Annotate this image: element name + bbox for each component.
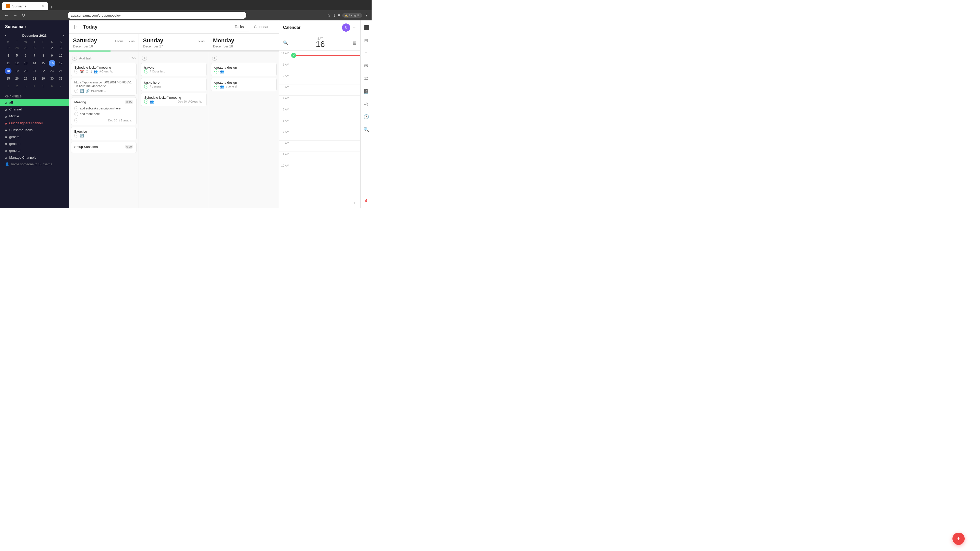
collapse-button[interactable]: |← [74, 24, 80, 30]
task-check-icon[interactable]: ✓ [74, 69, 78, 73]
notebook-icon[interactable]: 📓 [362, 87, 371, 96]
reload-button[interactable]: ↻ [21, 11, 26, 19]
add-task-row[interactable]: + [211, 54, 277, 63]
menu-icon[interactable]: ⋮ [364, 13, 369, 18]
address-bar[interactable]: app.sunsama.com/group/moodjoy [68, 12, 246, 19]
cal-day[interactable]: 30 [31, 44, 38, 51]
zoom-in-icon[interactable]: 🔍 [283, 40, 288, 45]
cal-day[interactable]: 27 [22, 75, 29, 82]
sidebar-item-all[interactable]: # all [0, 99, 69, 106]
sidebar-item-general1[interactable]: # general [0, 133, 69, 140]
task-check-icon[interactable]: ✓ [74, 133, 78, 138]
sidebar-item-general3[interactable]: # general [0, 147, 69, 154]
sidebar-item-manage[interactable]: # Manage Channels [0, 154, 69, 161]
task-card-create-design-1[interactable]: create a design ✓ 👥 [211, 63, 277, 76]
add-task-row[interactable]: + [141, 54, 207, 63]
tab-close-button[interactable]: × [41, 4, 44, 8]
user-avatar[interactable]: U [342, 24, 350, 32]
task-check-done-icon[interactable]: ✓ [215, 84, 218, 89]
tab-calendar[interactable]: Calendar [249, 23, 274, 32]
tab-tasks[interactable]: Tasks [229, 23, 249, 32]
cal-day[interactable]: 7 [31, 52, 38, 59]
task-card-schedule-kickoff-sunday[interactable]: Schedule kickoff meeting ✓ 👥 Dec 20 #Cro… [141, 93, 207, 106]
task-check-done-icon[interactable]: ✓ [144, 69, 148, 73]
table-icon[interactable]: ≡ [363, 49, 369, 57]
task-card-create-design-2[interactable]: create a design ✓ 👥 #general [211, 78, 277, 91]
cal-day[interactable]: 2 [14, 83, 20, 89]
cal-day[interactable]: 1 [5, 83, 11, 89]
sidebar-header[interactable]: Sunsama ▾ [0, 21, 69, 33]
cal-day[interactable]: 22 [40, 68, 46, 74]
task-card-travels[interactable]: travels ✓ #Cross-fu... [141, 63, 207, 76]
location-icon[interactable]: ◎ [363, 100, 370, 108]
email-icon[interactable]: ✉ [363, 62, 369, 70]
invite-item[interactable]: 👤 Invite someone to Sunsama [0, 161, 69, 167]
cal-prev-button[interactable]: ‹ [5, 33, 6, 38]
search-icon[interactable]: 🔍 [362, 125, 371, 134]
cal-day[interactable]: 4 [5, 52, 11, 59]
cal-day[interactable]: 5 [40, 83, 46, 89]
add-task-plus-icon[interactable]: + [212, 56, 217, 61]
cal-day[interactable]: 2 [49, 44, 56, 51]
task-check-icon[interactable]: ✓ [74, 89, 78, 93]
cal-day[interactable]: 3 [57, 44, 64, 51]
sidebar-item-middle[interactable]: # Middle [0, 113, 69, 120]
download-icon[interactable]: ⇓ [332, 13, 336, 18]
grid-icon[interactable]: ⊞ [363, 36, 369, 45]
cal-day[interactable]: 5 [14, 52, 20, 59]
task-check-done-icon[interactable]: ✓ [215, 69, 218, 73]
today-button[interactable]: Today [83, 24, 97, 30]
task-card-schedule-kickoff[interactable]: Schedule kickoff meeting ✓ 📅 ⏱ 1 👥 #Cros… [71, 63, 137, 76]
cal-day[interactable]: 14 [31, 60, 38, 67]
cal-day[interactable]: 26 [14, 75, 20, 82]
bookmark-icon[interactable]: ☆ [327, 13, 331, 18]
cal-day[interactable]: 15 [40, 60, 46, 67]
cal-day[interactable]: 12 [14, 60, 20, 67]
cal-day[interactable]: 8 [40, 52, 46, 59]
forward-button[interactable]: → [12, 12, 18, 19]
subtask-check-icon[interactable]: ✓ [74, 112, 78, 116]
new-tab-button[interactable]: + [48, 4, 55, 10]
task-check-icon[interactable]: ✓ [74, 118, 78, 122]
sidebar-item-sunsama-tasks[interactable]: # Sunsama Tasks [0, 127, 69, 133]
subtask-check-icon[interactable]: ✓ [74, 106, 78, 110]
task-card-url[interactable]: https://app.asana.com/0/1206174676385119… [71, 78, 137, 96]
sidebar-item-general2[interactable]: # general [0, 140, 69, 147]
cal-day-16[interactable]: 16 [49, 60, 56, 67]
cal-day[interactable]: 29 [22, 44, 29, 51]
task-check-done-icon[interactable]: ✓ [144, 84, 148, 89]
browser-tab-sunsama[interactable]: Sunsama × [2, 2, 48, 10]
cal-day[interactable]: 13 [22, 60, 29, 67]
add-task-plus-icon[interactable]: + [142, 56, 147, 61]
cal-day[interactable]: 1 [40, 44, 46, 51]
task-check-done-icon[interactable]: ✓ [144, 100, 148, 103]
refresh-icon[interactable]: ⇄ [363, 74, 369, 83]
cal-day[interactable]: 6 [49, 83, 56, 89]
sidebar-item-channel[interactable]: # Channel [0, 106, 69, 113]
task-card-tasks-here[interactable]: tasks here ✓ #general [141, 78, 207, 91]
cal-day[interactable]: 21 [31, 68, 38, 74]
cal-day[interactable]: 29 [40, 75, 46, 82]
task-card-meeting[interactable]: Meeting 0:15 ✓ add subtasks description … [71, 97, 137, 125]
extensions-icon[interactable]: ■ [338, 13, 340, 17]
task-card-setup-sunsama[interactable]: Setup Sunsama 0:20 [71, 142, 137, 153]
history-icon[interactable]: 🕐 [362, 113, 371, 121]
expand-icon[interactable]: → [352, 25, 356, 30]
plan-action[interactable]: Plan [128, 40, 135, 43]
cal-day[interactable]: 4 [31, 83, 38, 89]
cal-day[interactable]: 3 [22, 83, 29, 89]
plan-action[interactable]: Plan [199, 40, 205, 43]
add-task-row[interactable]: + Add task 0:55 [71, 54, 137, 63]
cal-next-button[interactable]: › [62, 33, 64, 38]
apps-icon[interactable]: ⬛ [362, 24, 371, 32]
cal-day[interactable]: 28 [31, 75, 38, 82]
sidebar-item-designers[interactable]: # Our designers channel [0, 120, 69, 127]
notification-badge[interactable]: 4 [363, 197, 369, 205]
cal-day[interactable]: 20 [22, 68, 29, 74]
back-button[interactable]: ← [3, 12, 10, 19]
cal-day[interactable]: 6 [22, 52, 29, 59]
cal-day[interactable]: 19 [14, 68, 20, 74]
cal-day[interactable]: 28 [14, 44, 20, 51]
cal-day[interactable]: 27 [5, 44, 11, 51]
focus-action[interactable]: Focus [115, 40, 124, 43]
